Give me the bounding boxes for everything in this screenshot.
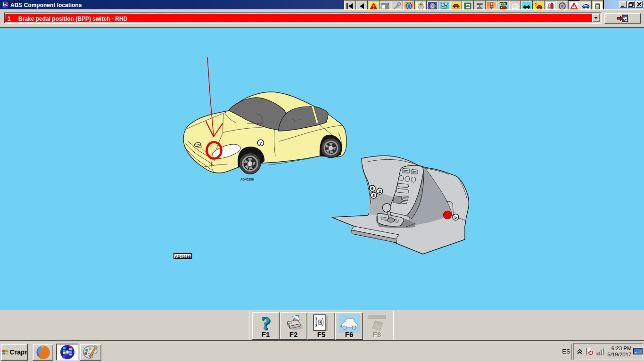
svg-text:6: 6 bbox=[371, 186, 373, 191]
svg-text:ABS: ABS bbox=[572, 8, 576, 9]
svg-text:?: ? bbox=[535, 2, 537, 7]
svg-text:2: 2 bbox=[379, 189, 381, 194]
svg-text:3: 3 bbox=[372, 193, 375, 198]
svg-text:3: 3 bbox=[504, 2, 506, 5]
svg-text:5: 5 bbox=[454, 214, 457, 220]
svg-text:AD45288: AD45288 bbox=[175, 255, 191, 259]
svg-text:7: 7 bbox=[259, 140, 262, 146]
svg-text:AD45286: AD45286 bbox=[240, 178, 254, 181]
svg-text:2: 2 bbox=[501, 2, 502, 5]
